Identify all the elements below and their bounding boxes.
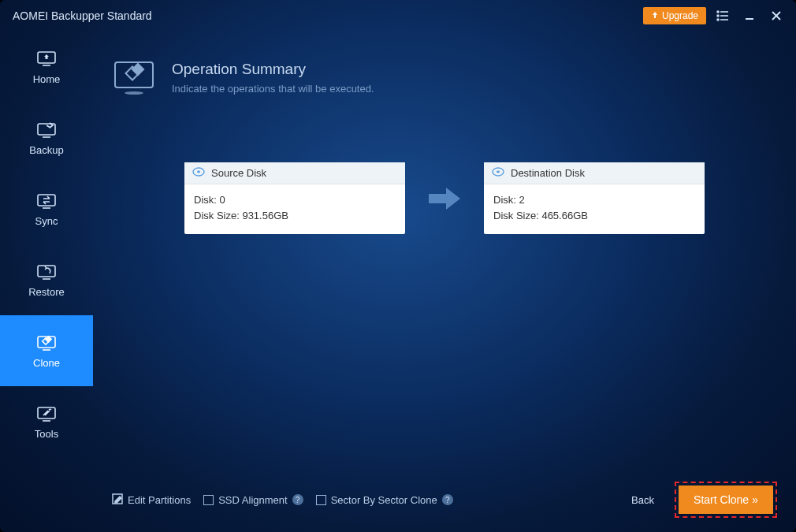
start-clone-highlight: Start Clone » [675, 482, 777, 518]
svg-point-2 [717, 15, 719, 17]
main-panel: Operation Summary Indicate the operation… [93, 32, 796, 532]
summary-monitor-icon [112, 55, 156, 99]
page-header: Operation Summary Indicate the operation… [112, 55, 777, 99]
destination-disk-line2: Disk Size: 465.66GB [493, 208, 695, 224]
app-window: AOMEI Backupper Standard Upgrade [0, 0, 796, 532]
help-icon[interactable]: ? [292, 494, 303, 505]
destination-disk-card[interactable]: Destination Disk Disk: 2 Disk Size: 465.… [484, 162, 705, 234]
page-title: Operation Summary [172, 61, 374, 78]
sidebar-item-home[interactable]: Home [0, 32, 93, 102]
minimize-icon[interactable] [739, 6, 760, 26]
ssd-alignment-label: SSD Alignment [218, 494, 287, 506]
back-button[interactable]: Back [631, 494, 654, 506]
sidebar-item-backup[interactable]: Backup [0, 102, 93, 173]
ssd-alignment-checkbox[interactable]: SSD Alignment ? [203, 494, 303, 506]
source-disk-line1: Disk: 0 [194, 192, 396, 208]
sector-by-sector-label: Sector By Sector Clone [331, 494, 437, 506]
disk-icon [192, 167, 205, 179]
arrow-icon [426, 183, 463, 214]
backup-icon [35, 121, 58, 138]
menu-icon[interactable] [712, 6, 733, 26]
destination-disk-header: Destination Disk [511, 167, 585, 179]
footer-bar: Edit Partitions SSD Alignment ? Sector B… [112, 482, 777, 518]
edit-partitions-button[interactable]: Edit Partitions [112, 493, 191, 507]
source-disk-header: Source Disk [211, 167, 266, 179]
svg-point-0 [717, 11, 719, 13]
destination-disk-line1: Disk: 2 [493, 192, 695, 208]
sidebar-item-restore[interactable]: Restore [0, 244, 93, 315]
sidebar-item-label: Tools [35, 428, 58, 440]
titlebar: AOMEI Backupper Standard Upgrade [0, 0, 796, 32]
sidebar-item-tools[interactable]: Tools [0, 386, 93, 457]
sidebar-item-label: Home [33, 73, 61, 85]
checkbox-icon [316, 495, 326, 505]
svg-rect-23 [115, 62, 153, 87]
sidebar-item-label: Sync [35, 215, 58, 227]
start-clone-label: Start Clone [694, 493, 749, 506]
svg-point-4 [717, 19, 719, 20]
upgrade-label: Upgrade [662, 10, 698, 21]
summary-row: Source Disk Disk: 0 Disk Size: 931.56GB [112, 162, 777, 234]
sidebar-item-clone[interactable]: Clone [0, 315, 93, 386]
sidebar-item-sync[interactable]: Sync [0, 173, 93, 244]
help-icon[interactable]: ? [442, 494, 453, 505]
sidebar-item-label: Restore [28, 286, 65, 298]
disk-icon [492, 167, 504, 179]
sidebar: Home Backup [0, 32, 93, 532]
edit-partitions-label: Edit Partitions [128, 494, 191, 506]
source-disk-line2: Disk Size: 931.56GB [194, 208, 396, 224]
close-icon[interactable] [766, 6, 787, 26]
sector-by-sector-checkbox[interactable]: Sector By Sector Clone ? [316, 494, 453, 506]
svg-rect-13 [38, 195, 55, 206]
upgrade-icon [651, 10, 659, 21]
sidebar-item-label: Backup [29, 144, 63, 156]
start-clone-button[interactable]: Start Clone » [679, 485, 773, 514]
clone-icon [35, 333, 58, 351]
svg-point-28 [197, 171, 200, 173]
svg-rect-26 [132, 64, 143, 75]
edit-icon [112, 493, 123, 507]
sync-icon [35, 192, 58, 209]
app-title: AOMEI Backupper Standard [9, 9, 152, 22]
chevron-right-icon: » [752, 493, 758, 506]
tools-icon [35, 404, 58, 422]
svg-point-24 [125, 91, 143, 95]
source-disk-card[interactable]: Source Disk Disk: 0 Disk Size: 931.56GB [184, 162, 405, 234]
upgrade-button[interactable]: Upgrade [643, 7, 706, 24]
home-icon [35, 50, 58, 67]
checkbox-icon [203, 495, 214, 505]
restore-icon [35, 262, 58, 280]
page-subtitle: Indicate the operations that will be exe… [172, 83, 374, 95]
svg-rect-20 [46, 336, 51, 341]
sidebar-item-label: Clone [33, 357, 60, 369]
svg-point-30 [497, 171, 500, 173]
